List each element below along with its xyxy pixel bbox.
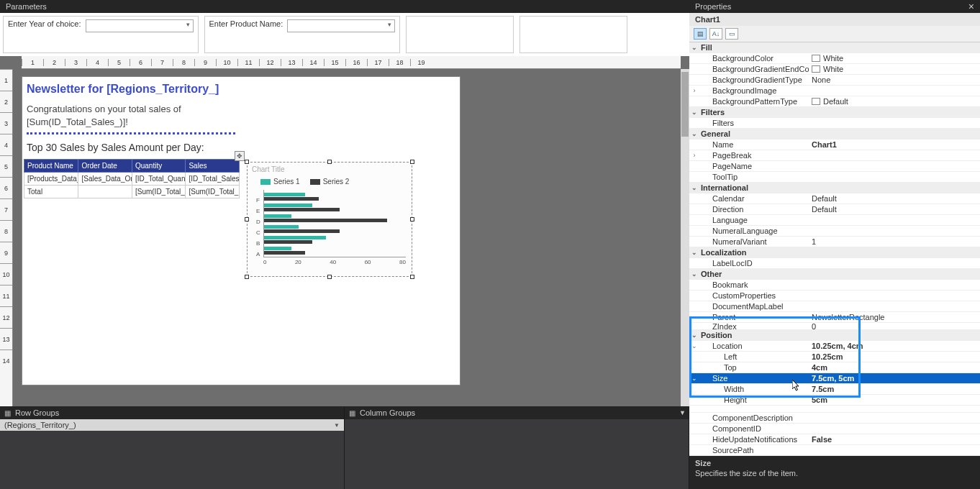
resize-handle[interactable] <box>410 217 414 221</box>
prop-direction: DirectionDefault <box>689 204 980 215</box>
prop-top: Top4cm <box>689 362 980 373</box>
th-sales[interactable]: Sales <box>186 160 240 173</box>
chart-ycat: D <box>256 219 260 225</box>
param-product-label: Enter Product Name: <box>209 19 283 28</box>
desc-title: Size <box>695 459 974 467</box>
prop-cat-other: ⌄Other <box>689 269 980 280</box>
vertical-ruler: 1234567891011121314 <box>0 69 13 406</box>
chart-ycat: B <box>256 240 260 247</box>
table-row: Total [Sum(ID_Total_Q [Sum(ID_Total_ <box>24 186 240 198</box>
prop-cat-general: ⌄General <box>689 129 980 140</box>
parameters-panel: Parameters Enter Year of choice: Enter P… <box>0 0 689 56</box>
dotted-separator <box>27 132 235 134</box>
chart-ycat: F <box>256 197 260 204</box>
resize-handle[interactable] <box>410 160 414 164</box>
prop-calendar: CalendarDefault <box>689 193 980 204</box>
prop-parent: ParentNewsletterRectangle <box>689 312 980 323</box>
properties-header: Properties × <box>689 0 980 13</box>
move-handle-icon[interactable]: ✥ <box>235 151 245 161</box>
prop-pagename: PageName <box>689 161 980 172</box>
prop-componentid: ComponentID <box>689 424 980 434</box>
parameters-header: Parameters <box>0 0 689 13</box>
prop-sourcepath: SourcePath <box>689 445 980 456</box>
legend-swatch-1 <box>260 179 271 185</box>
column-groups-col: ▦ Column Groups ▼ <box>345 406 689 489</box>
prop-labellocid: LabelLocID <box>689 258 980 269</box>
properties-title: Properties <box>695 2 731 11</box>
prop-bgimage: ›BackgroundImage <box>689 86 980 96</box>
table-header-row: Product Name Order Date Quantity Sales <box>24 160 240 173</box>
row-groups-title: Row Groups <box>15 408 59 417</box>
param-empty-1[interactable] <box>406 16 514 53</box>
chart-object[interactable]: ✥ Chart Title Series 1 Seri <box>247 162 412 277</box>
legend-swatch-2 <box>310 179 320 185</box>
resize-handle[interactable] <box>327 275 332 279</box>
chart-ycat: C <box>256 229 260 236</box>
th-orderdate[interactable]: Order Date <box>78 160 132 173</box>
data-table[interactable]: Product Name Order Date Quantity Sales [… <box>24 159 240 198</box>
column-groups-header: ▦ Column Groups ▼ <box>345 406 689 419</box>
color-swatch <box>812 98 820 105</box>
design-surface[interactable]: 12345678910111213141516171819 1234567891… <box>0 56 689 406</box>
prop-bggradendcolor: BackgroundGradientEndColorWhite <box>689 64 980 75</box>
param-year-cell: Enter Year of choice: <box>3 16 199 53</box>
column-groups-title: Column Groups <box>360 408 415 417</box>
properties-object-name[interactable]: Chart1 <box>689 13 980 26</box>
th-quantity[interactable]: Quantity <box>132 160 186 173</box>
param-product-input[interactable] <box>287 19 395 32</box>
alphabetical-button[interactable]: A↓ <box>709 28 722 40</box>
prop-location: ⌄Location10.25cm, 4cm <box>689 341 980 352</box>
prop-pagebreak: ›PageBreak <box>689 150 980 161</box>
prop-docmaplabel: DocumentMapLabel <box>689 301 980 312</box>
categorized-button[interactable]: ▤ <box>694 28 707 40</box>
row-group-dropdown-icon[interactable]: ▼ <box>334 422 340 429</box>
prop-width: Width7.5cm <box>689 384 980 395</box>
prop-name: NameChart1 <box>689 140 980 150</box>
resize-handle[interactable] <box>245 275 249 279</box>
color-swatch <box>812 65 820 73</box>
resize-handle[interactable] <box>245 217 249 221</box>
row-groups-icon: ▦ <box>4 409 11 417</box>
row-group-item[interactable]: (Regions_Territory_) ▼ <box>0 419 344 431</box>
prop-bookmark: Bookmark <box>689 280 980 291</box>
param-year-input[interactable] <box>86 19 194 32</box>
column-groups-icon: ▦ <box>349 409 355 417</box>
vertical-scrollbar[interactable] <box>681 69 689 406</box>
chart-xaxis: 020406080 <box>248 257 412 265</box>
row-groups-header: ▦ Row Groups <box>0 406 344 419</box>
prop-tooltip: ToolTip <box>689 172 980 183</box>
table-row: [Products_Data_ [Sales_Data_Ord [ID_Tota… <box>24 173 240 186</box>
param-empty-2[interactable] <box>520 16 627 53</box>
legend-item-2: Series 2 <box>310 178 350 186</box>
resize-handle[interactable] <box>410 275 414 279</box>
congrats-line2: [Sum(ID_Total_Sales_)]! <box>27 116 128 127</box>
chart-plot <box>263 190 406 257</box>
prop-filters: Filters <box>689 118 980 129</box>
report-canvas[interactable]: Newsletter for [Regions_Territory_] Cong… <box>22 76 460 385</box>
desc-text: Specifies the size of the item. <box>695 469 798 477</box>
color-swatch <box>812 55 820 62</box>
prop-cat-position: ⌄Position <box>689 330 980 341</box>
prop-language: Language <box>689 215 980 226</box>
param-year-label: Enter Year of choice: <box>8 19 81 28</box>
parameters-body: Enter Year of choice: Enter Product Name… <box>0 13 689 56</box>
prop-size: ⌄Size7.5cm, 5cm <box>689 373 980 384</box>
column-groups-dropdown-icon[interactable]: ▼ <box>679 409 686 416</box>
properties-grid[interactable]: ⌄Fill BackgroundColorWhite BackgroundGra… <box>689 42 980 456</box>
th-product[interactable]: Product Name <box>24 160 78 173</box>
property-pages-button[interactable]: ▭ <box>725 28 738 40</box>
resize-handle[interactable] <box>327 160 332 164</box>
parameters-title: Parameters <box>6 2 47 11</box>
properties-toolbar: ▤ A↓ ▭ <box>689 26 980 42</box>
resize-handle[interactable] <box>245 160 249 164</box>
chart-legend[interactable]: Series 1 Series 2 <box>248 176 412 188</box>
chart-title[interactable]: Chart Title <box>248 163 412 176</box>
prop-customproperties: CustomProperties <box>689 291 980 301</box>
prop-bggradtype: BackgroundGradientTypeNone <box>689 75 980 86</box>
report-title[interactable]: Newsletter for [Regions_Territory_] <box>22 77 460 99</box>
prop-bgpattype: BackgroundPatternTypeDefault <box>689 96 980 107</box>
report-congrats[interactable]: Congratulations on your total sales of [… <box>22 99 460 129</box>
congrats-line1: Congratulations on your total sales of <box>27 104 181 114</box>
close-icon[interactable]: × <box>968 3 974 10</box>
prop-left: Left10.25cm <box>689 352 980 362</box>
